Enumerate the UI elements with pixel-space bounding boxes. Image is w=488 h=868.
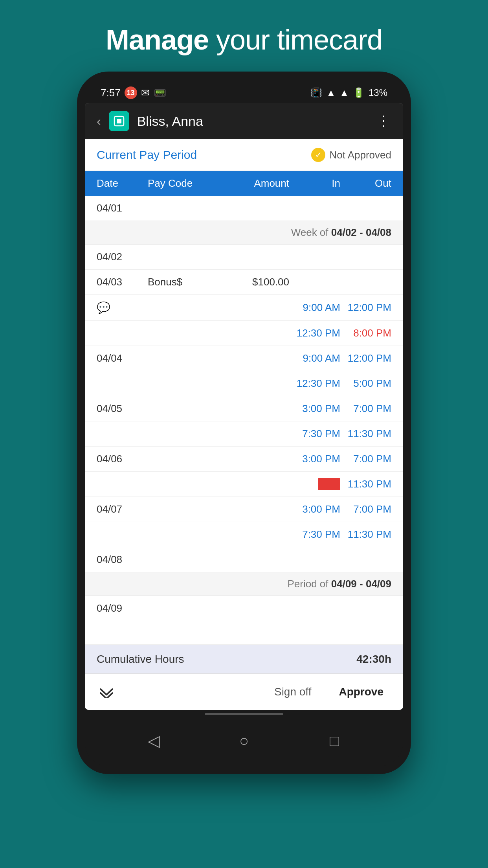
comment-icon: 💬	[97, 302, 110, 314]
row-in: 12:30 PM	[289, 327, 340, 339]
row-date: 04/01	[97, 202, 148, 214]
col-in: In	[289, 177, 340, 189]
page-header: Manage your timecard	[0, 0, 488, 72]
row-out: 5:00 PM	[340, 377, 391, 390]
table-row[interactable]: 04/03 Bonus$ $100.00	[85, 270, 403, 295]
table-row[interactable]: 04/08	[85, 547, 403, 572]
week-sep-range: 04/02 - 04/08	[331, 226, 391, 238]
back-button[interactable]: ‹	[97, 114, 101, 129]
table-row-empty	[85, 621, 403, 645]
app-topbar: ‹ Bliss, Anna ⋮	[85, 103, 403, 139]
row-out: 11:30 PM	[340, 478, 391, 490]
period-sep-range: 04/09 - 04/09	[331, 578, 391, 590]
error-block	[318, 478, 340, 490]
approval-status: ✓ Not Approved	[311, 148, 391, 162]
notification-badge: 13	[125, 86, 137, 99]
week-sep-prefix: Week of	[291, 226, 331, 238]
cumulative-hours-row: Cumulative Hours 42:30h	[85, 645, 403, 673]
table-row[interactable]: 04/05 3:00 PM 7:00 PM	[85, 396, 403, 421]
table-row[interactable]: 04/09	[85, 596, 403, 621]
timecard-content: 04/01 Week of 04/02 - 04/08 04/02 04/0	[85, 196, 403, 645]
signal-icon: ▲	[339, 87, 349, 98]
expand-button[interactable]	[97, 682, 116, 702]
row-out: 7:00 PM	[340, 503, 391, 515]
cumulative-value: 42:30h	[356, 653, 391, 666]
row-in: 7:30 PM	[289, 428, 340, 440]
status-time: 7:57	[101, 87, 121, 99]
row-out: 7:00 PM	[340, 453, 391, 465]
nav-bar-container	[85, 710, 403, 719]
cumulative-label: Cumulative Hours	[97, 653, 184, 666]
nav-recents-button[interactable]: □	[321, 727, 348, 754]
approve-button[interactable]: Approve	[331, 682, 391, 702]
row-date: 04/05	[97, 403, 148, 415]
row-in: 12:30 PM	[289, 377, 340, 390]
overflow-menu-button[interactable]: ⋮	[376, 113, 391, 129]
table-row[interactable]: 💬 9:00 AM 12:00 PM	[85, 295, 403, 321]
table-row[interactable]: 7:30 PM 11:30 PM	[85, 421, 403, 447]
employee-name: Bliss, Anna	[137, 114, 369, 129]
col-amount: Amount	[226, 177, 289, 189]
row-out: 11:30 PM	[340, 428, 391, 440]
period-sep-prefix: Period of	[287, 578, 331, 590]
battery-icon: 🔋	[353, 87, 365, 98]
nav-back-button[interactable]: ◁	[140, 727, 167, 754]
table-row[interactable]: 7:30 PM 11:30 PM	[85, 522, 403, 547]
pay-period-header: Current Pay Period ✓ Not Approved	[85, 139, 403, 171]
row-out: 7:00 PM	[340, 403, 391, 415]
app-icon	[109, 111, 129, 131]
status-right: 📳 ▲ ▲ 🔋 13%	[310, 87, 387, 98]
table-header: Date Pay Code Amount In Out	[85, 171, 403, 196]
table-row[interactable]: 04/02	[85, 245, 403, 270]
app-screen: ‹ Bliss, Anna ⋮ Current Pay Period ✓ Not…	[85, 103, 403, 710]
phone-shell: 7:57 13 ✉ 📟 📳 ▲ ▲ 🔋 13% ‹ Bliss, Anna ⋮	[77, 72, 411, 774]
status-left: 7:57 13 ✉ 📟	[101, 86, 166, 99]
row-amount: $100.00	[226, 276, 289, 288]
wifi-icon: ▲	[326, 87, 336, 98]
row-in: 9:00 AM	[289, 352, 340, 364]
row-in: 9:00 AM	[289, 302, 340, 314]
table-row[interactable]: 04/04 9:00 AM 12:00 PM	[85, 346, 403, 371]
vibrate-icon: 📳	[310, 87, 322, 98]
nav-bar-line	[205, 713, 283, 715]
mail-icon: ✉	[141, 87, 150, 99]
period-separator: Period of 04/09 - 04/09	[85, 572, 403, 596]
android-nav-bar: ◁ ○ □	[85, 719, 403, 766]
row-date: 04/08	[97, 554, 148, 566]
table-row[interactable]: 12:30 PM 5:00 PM	[85, 371, 403, 396]
row-date: 04/06	[97, 453, 148, 465]
row-date: 04/03	[97, 276, 148, 288]
col-paycode: Pay Code	[148, 177, 226, 189]
action-buttons: Sign off Approve	[266, 682, 391, 702]
row-out: 12:00 PM	[340, 302, 391, 314]
svg-rect-1	[117, 119, 121, 123]
row-in	[289, 478, 340, 490]
table-row[interactable]: 04/01	[85, 196, 403, 221]
col-date: Date	[97, 177, 148, 189]
row-in: 3:00 PM	[289, 403, 340, 415]
action-bar: Sign off Approve	[85, 673, 403, 710]
table-row[interactable]: 04/06 3:00 PM 7:00 PM	[85, 447, 403, 472]
status-bar: 7:57 13 ✉ 📟 📳 ▲ ▲ 🔋 13%	[85, 79, 403, 103]
col-out: Out	[340, 177, 391, 189]
approval-icon: ✓	[311, 148, 325, 162]
week-separator: Week of 04/02 - 04/08	[85, 221, 403, 245]
row-out: 11:30 PM	[340, 528, 391, 541]
table-row[interactable]: 11:30 PM	[85, 472, 403, 497]
row-date: 04/04	[97, 352, 148, 364]
approval-text: Not Approved	[329, 149, 391, 161]
table-row[interactable]: 04/07 3:00 PM 7:00 PM	[85, 497, 403, 522]
row-paycode: Bonus$	[148, 276, 226, 288]
signoff-button[interactable]: Sign off	[266, 682, 319, 702]
row-in: 3:00 PM	[289, 453, 340, 465]
voicemail-icon: 📟	[154, 87, 166, 99]
pay-period-title: Current Pay Period	[97, 148, 197, 162]
header-bold: Manage	[106, 24, 209, 55]
nav-home-button[interactable]: ○	[230, 727, 258, 754]
row-date: 💬	[97, 301, 148, 314]
row-date: 04/07	[97, 503, 148, 515]
row-out: 8:00 PM	[340, 327, 391, 339]
row-date: 04/02	[97, 251, 148, 263]
table-row[interactable]: 12:30 PM 8:00 PM	[85, 321, 403, 346]
row-date: 04/09	[97, 602, 148, 614]
